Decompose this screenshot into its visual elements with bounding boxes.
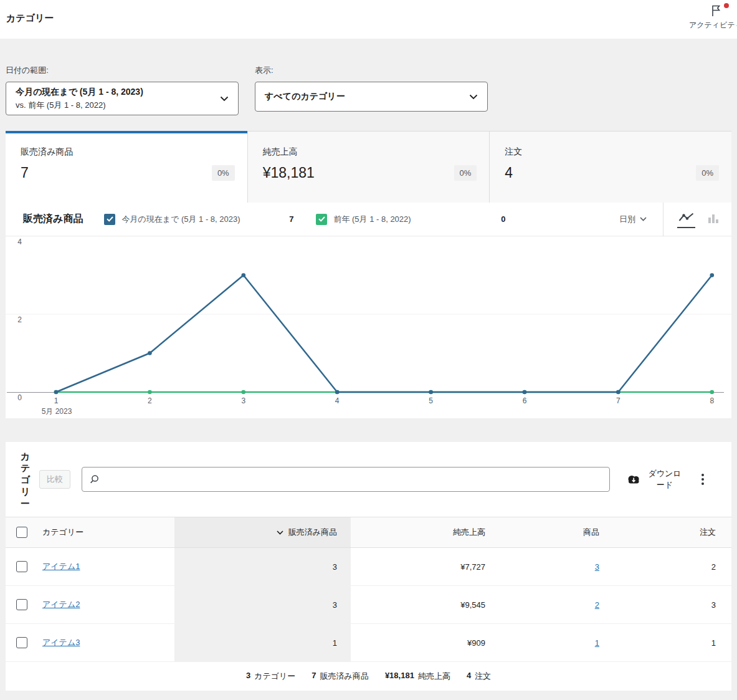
category-show-filter: 表示: すべてのカテゴリー <box>255 65 488 131</box>
cloud-download-icon <box>626 474 641 485</box>
search-box[interactable] <box>82 467 610 492</box>
download-button[interactable]: ダウンロード <box>626 468 683 491</box>
net-sales-cell: ¥7,727 <box>351 548 485 585</box>
category-filter-value: すべてのカテゴリー <box>265 91 345 102</box>
line-chart-icon[interactable] <box>677 211 695 228</box>
category-link[interactable]: アイテム2 <box>42 599 80 610</box>
table-title: カテゴリー <box>21 450 31 509</box>
interval-select[interactable]: 日別 <box>619 214 647 225</box>
chevron-down-icon <box>640 217 647 221</box>
compare-button[interactable]: 比較 <box>39 470 70 489</box>
items-sold-cell: 1 <box>174 624 351 661</box>
show-label: 表示: <box>255 65 488 76</box>
chevron-down-icon <box>469 94 478 100</box>
legend-previous-total: 0 <box>501 214 505 224</box>
orders-delta-badge: 0% <box>696 165 719 181</box>
table-row: アイテム2 3 ¥9,545 2 3 <box>6 586 731 624</box>
svg-text:7: 7 <box>616 396 621 405</box>
chart-title: 販売済み商品 <box>23 213 83 226</box>
svg-text:3: 3 <box>241 396 245 405</box>
table-row: アイテム3 1 ¥909 1 1 <box>6 624 731 662</box>
column-net-sales[interactable]: 純売上高 <box>351 517 485 547</box>
column-category[interactable]: カテゴリー <box>37 517 174 547</box>
orders-cell: 2 <box>599 548 731 585</box>
sales-line-chart[interactable]: 024123456785月 2023 <box>6 236 731 418</box>
orders-value: 4 <box>505 165 513 181</box>
chart-card: 販売済み商品 今月の現在まで (5月 1 - 8, 2023) 7 前年 (5月… <box>6 203 731 418</box>
products-count-link[interactable]: 2 <box>595 600 599 610</box>
tab-items-sold[interactable]: 販売済み商品 7 0% <box>6 131 247 203</box>
table-card-header: カテゴリー 比較 <box>6 442 731 517</box>
more-options-button[interactable] <box>698 470 708 489</box>
category-filter-select[interactable]: すべてのカテゴリー <box>255 82 488 112</box>
net-sales-value: ¥18,181 <box>263 165 315 181</box>
categories-table-card: カテゴリー 比較 <box>6 442 731 691</box>
table-row: アイテム1 3 ¥7,727 3 2 <box>6 548 731 586</box>
legend-current-period[interactable]: 今月の現在まで (5月 1 - 8, 2023) 7 <box>104 214 293 225</box>
tab-net-sales[interactable]: 純売上高 ¥18,181 0% <box>247 131 490 203</box>
page-title: カテゴリー <box>0 0 737 24</box>
bar-chart-icon[interactable] <box>708 213 719 225</box>
search-input[interactable] <box>103 475 603 484</box>
items-sold-delta-badge: 0% <box>212 165 235 181</box>
svg-text:6: 6 <box>523 396 527 405</box>
row-checkbox[interactable] <box>16 637 27 648</box>
date-range-label: 日付の範囲: <box>6 65 239 76</box>
category-link[interactable]: アイテム1 <box>42 561 80 572</box>
svg-text:0: 0 <box>17 393 22 402</box>
table-summary: 3カテゴリー 7販売済み商品 ¥18,181純売上高 4注文 <box>6 662 731 691</box>
net-sales-delta-badge: 0% <box>454 165 477 181</box>
search-icon <box>88 474 100 485</box>
checkbox-checked-icon <box>316 214 327 225</box>
orders-cell: 3 <box>599 586 731 623</box>
top-bar: カテゴリー アクティビティ <box>0 0 737 39</box>
date-range-filter: 日付の範囲: 今月の現在まで (5月 1 - 8, 2023) vs. 前年 (… <box>6 65 239 131</box>
items-sold-cell: 3 <box>174 548 351 585</box>
summary-tabs: 販売済み商品 7 0% 純売上高 ¥18,181 0% 注文 4 0% <box>6 131 731 203</box>
select-all-checkbox[interactable] <box>16 527 27 538</box>
svg-text:5月 2023: 5月 2023 <box>42 407 72 416</box>
activity-label: アクティビティ <box>685 20 737 31</box>
net-sales-cell: ¥909 <box>351 624 485 661</box>
tab-orders[interactable]: 注文 4 0% <box>489 131 731 203</box>
date-range-select[interactable]: 今月の現在まで (5月 1 - 8, 2023) vs. 前年 (5月 1 - … <box>6 82 239 115</box>
row-checkbox[interactable] <box>16 599 27 610</box>
date-range-secondary: vs. 前年 (5月 1 - 8, 2022) <box>16 100 143 111</box>
products-count-link[interactable]: 3 <box>595 562 599 572</box>
date-range-primary: 今月の現在まで (5月 1 - 8, 2023) <box>16 87 143 98</box>
table-header-row: カテゴリー 販売済み商品 純売上高 商品 注文 <box>6 517 731 548</box>
legend-current-total: 7 <box>289 214 293 224</box>
svg-text:2: 2 <box>17 315 22 324</box>
items-sold-value: 7 <box>21 165 29 181</box>
column-orders[interactable]: 注文 <box>599 517 731 547</box>
flag-icon <box>709 4 723 17</box>
svg-text:1: 1 <box>54 396 59 405</box>
net-sales-cell: ¥9,545 <box>351 586 485 623</box>
items-sold-cell: 3 <box>174 586 351 623</box>
sort-desc-chevron-icon <box>277 530 283 535</box>
activity-panel-button[interactable]: アクティビティ <box>685 4 737 31</box>
svg-text:4: 4 <box>17 237 22 246</box>
row-checkbox[interactable] <box>16 561 27 572</box>
notification-dot <box>724 3 729 8</box>
analytics-categories-page: カテゴリー アクティビティ 日付の範囲: 今月の現在まで (5月 1 - 8, … <box>0 0 737 700</box>
svg-text:8: 8 <box>710 396 714 405</box>
chevron-down-icon <box>220 96 229 102</box>
column-items-sold-sorted[interactable]: 販売済み商品 <box>174 517 351 547</box>
legend-previous-period[interactable]: 前年 (5月 1 - 8, 2022) 0 <box>316 214 505 225</box>
chart-header: 販売済み商品 今月の現在まで (5月 1 - 8, 2023) 7 前年 (5月… <box>6 203 731 236</box>
svg-text:4: 4 <box>335 396 340 405</box>
orders-cell: 1 <box>599 624 731 661</box>
products-count-link[interactable]: 1 <box>595 638 599 648</box>
svg-text:2: 2 <box>148 396 152 405</box>
svg-text:5: 5 <box>429 396 433 405</box>
category-link[interactable]: アイテム3 <box>42 637 80 648</box>
report-filters: 日付の範囲: 今月の現在まで (5月 1 - 8, 2023) vs. 前年 (… <box>6 39 731 131</box>
checkbox-checked-icon <box>104 214 115 225</box>
column-products[interactable]: 商品 <box>485 517 599 547</box>
